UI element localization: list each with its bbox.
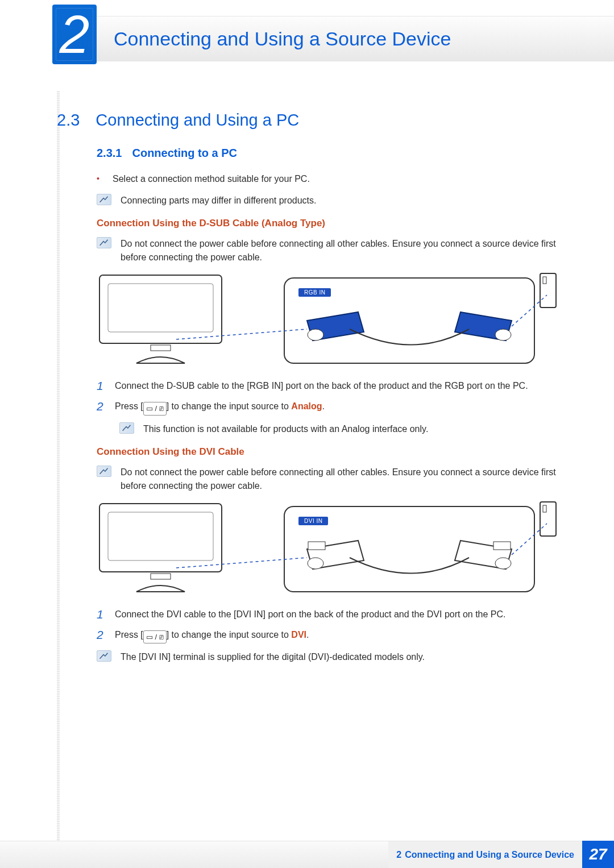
dsub-step2-text: Press [▭ / ⎚] to change the input source… xyxy=(115,400,325,416)
page-footer: 2 Connecting and Using a Source Device 2… xyxy=(0,841,614,868)
dsub-step-2: 2 Press [▭ / ⎚] to change the input sour… xyxy=(97,400,557,416)
svg-point-4 xyxy=(308,329,323,340)
intro-note-text: Connecting parts may differ in different… xyxy=(121,194,316,207)
footer-filler xyxy=(0,841,388,868)
dvi-step-2: 2 Press [▭ / ⎚] to change the input sour… xyxy=(97,628,557,644)
section-number: 2.3 xyxy=(57,111,80,130)
svg-rect-2 xyxy=(151,345,171,351)
dsub-step1-text: Connect the D-SUB cable to the [RGB IN] … xyxy=(115,379,528,393)
footer-page-number: 27 xyxy=(582,841,614,868)
note-icon xyxy=(97,466,111,477)
dvi-heading: Connection Using the DVI Cable xyxy=(97,446,557,458)
dsub-footnote: This function is not available for produ… xyxy=(119,422,557,436)
step-number: 2 xyxy=(97,400,105,413)
svg-rect-16 xyxy=(540,502,556,536)
footer-chapter: 2 Connecting and Using a Source Device xyxy=(388,841,582,868)
step-number: 1 xyxy=(97,608,105,621)
dvi-footnote: The [DVI IN] terminal is supplied for th… xyxy=(97,650,557,664)
dsub-step-1: 1 Connect the D-SUB cable to the [RGB IN… xyxy=(97,379,557,393)
dvi-warning: Do not connect the power cable before co… xyxy=(97,466,557,493)
dvi-step1-text: Connect the DVI cable to the [DVI IN] po… xyxy=(115,608,506,621)
svg-rect-17 xyxy=(543,505,546,512)
chapter-header: Connecting and Using a Source Device xyxy=(57,16,614,61)
source-button-icon: ▭ / ⎚ xyxy=(143,402,167,416)
page-content: 2.3 Connecting and Using a PC 2.3.1 Conn… xyxy=(57,111,557,672)
svg-rect-9 xyxy=(108,512,213,560)
subsection-number: 2.3.1 xyxy=(97,147,122,160)
intro-note: Connecting parts may differ in different… xyxy=(97,194,557,207)
footer-chapter-title: Connecting and Using a Source Device xyxy=(405,850,574,860)
dvi-diagram: DVI IN xyxy=(97,501,557,597)
dvi-port-label: DVI IN xyxy=(298,517,328,525)
dsub-warning: Do not connect the power cable before co… xyxy=(97,237,557,264)
svg-rect-14 xyxy=(493,542,511,550)
svg-rect-12 xyxy=(308,542,325,550)
svg-rect-7 xyxy=(543,277,546,284)
section-title: Connecting and Using a PC xyxy=(96,111,299,130)
note-icon xyxy=(97,650,111,662)
svg-rect-1 xyxy=(108,284,213,332)
step-number: 2 xyxy=(97,628,105,641)
source-button-icon: ▭ / ⎚ xyxy=(143,630,167,644)
subsection-title: Connecting to a PC xyxy=(132,147,237,160)
svg-point-13 xyxy=(308,558,323,569)
dsub-heading: Connection Using the D-SUB Cable (Analog… xyxy=(97,218,557,229)
note-icon xyxy=(97,237,111,248)
svg-rect-10 xyxy=(151,574,171,579)
dsub-warning-text: Do not connect the power cable before co… xyxy=(121,237,557,264)
step-number: 1 xyxy=(97,379,105,392)
svg-point-15 xyxy=(495,558,511,569)
chapter-title: Connecting and Using a Source Device xyxy=(114,28,451,50)
intro-bullet: • Select a connection method suitable fo… xyxy=(97,172,557,186)
dsub-footnote-text: This function is not available for produ… xyxy=(143,422,428,436)
section-heading: 2.3 Connecting and Using a PC xyxy=(57,111,557,130)
dvi-step-1: 1 Connect the DVI cable to the [DVI IN] … xyxy=(97,608,557,621)
note-icon xyxy=(97,194,111,205)
svg-rect-6 xyxy=(540,273,556,308)
mode-dvi: DVI xyxy=(291,630,306,639)
mode-analog: Analog xyxy=(291,401,322,411)
subsection-heading: 2.3.1 Connecting to a PC xyxy=(97,147,557,160)
dvi-warning-text: Do not connect the power cable before co… xyxy=(121,466,557,493)
intro-bullet-text: Select a connection method suitable for … xyxy=(113,172,310,186)
dvi-footnote-text: The [DVI IN] terminal is supplied for th… xyxy=(121,650,425,664)
chapter-number-badge: 2 xyxy=(52,5,97,64)
dsub-diagram: RGB IN xyxy=(97,272,557,369)
dvi-step2-text: Press [▭ / ⎚] to change the input source… xyxy=(115,628,309,644)
bullet-icon: • xyxy=(97,172,103,185)
svg-point-5 xyxy=(495,329,511,340)
dsub-port-label: RGB IN xyxy=(298,288,331,297)
note-icon xyxy=(119,422,134,434)
footer-chapter-number: 2 xyxy=(396,850,401,860)
